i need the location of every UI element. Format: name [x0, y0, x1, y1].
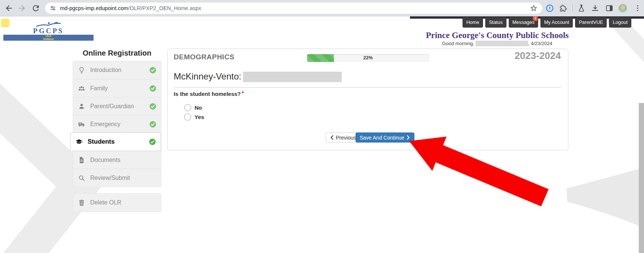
search-icon — [78, 174, 85, 182]
radio-no[interactable] — [184, 104, 191, 111]
progress-label: 22% — [307, 55, 429, 60]
demographics-card: DEMOGRAPHICS 22% 2023-2024 McKinney-Vent… — [167, 49, 568, 150]
reload-icon[interactable] — [31, 4, 40, 13]
divider — [174, 87, 561, 88]
screen: md-pgcps-imp.edupoint.com/OLR/PXP2_OEN_H… — [0, 0, 644, 253]
back-icon[interactable] — [4, 4, 13, 13]
extensions-icon[interactable] — [559, 4, 567, 12]
required-asterisk: * — [242, 90, 244, 96]
sidebar-item-emergency[interactable]: Emergency — [73, 115, 161, 133]
topnav-label: Home — [466, 19, 479, 25]
topnav-parentvue[interactable]: ParentVUE — [575, 17, 607, 28]
sidebar-item-parent-guardian[interactable]: Parent/Guardian — [73, 97, 161, 115]
completed-check-icon — [149, 138, 156, 145]
logo-banner: OLR Instance — [3, 35, 94, 41]
topnav-label: My Account — [544, 19, 569, 25]
subsection-title: McKinney-Vento: — [174, 71, 342, 82]
completed-check-icon — [149, 67, 156, 74]
sidebar-item-label: Family — [90, 85, 108, 92]
family-icon — [78, 85, 85, 92]
logo-text: PGCPS — [3, 28, 94, 34]
top-navigation: HomeStatusMessages2My AccountParentVUELo… — [463, 17, 631, 28]
completed-check-icon — [149, 85, 156, 92]
profile-avatar[interactable] — [618, 4, 627, 13]
sidebar-item-review-submit[interactable]: Review/Submit — [73, 169, 161, 187]
topnav-messages[interactable]: Messages2 — [509, 17, 538, 28]
radio-label-yes: Yes — [195, 114, 204, 120]
sidebar-item-label: Documents — [90, 157, 120, 163]
menu-dots-icon[interactable] — [634, 4, 642, 12]
sidebar-item-documents[interactable]: Documents — [73, 151, 161, 169]
school-year: 2023-2024 — [515, 50, 561, 62]
trash-icon — [78, 199, 85, 206]
radio-label-no: No — [195, 104, 202, 111]
topnav-label: Logout — [613, 19, 628, 25]
download-icon[interactable] — [591, 4, 599, 12]
url-text: md-pgcps-imp.edupoint.com/OLR/PXP2_OEN_H… — [60, 3, 201, 14]
bookmark-star-icon[interactable] — [530, 4, 537, 12]
radio-yes[interactable] — [184, 113, 191, 121]
sidebar-item-label: Introduction — [90, 67, 121, 74]
chevron-left-icon — [330, 135, 334, 140]
sidebar-item-students[interactable]: Students — [70, 132, 161, 151]
topnav-my-account[interactable]: My Account — [540, 17, 573, 28]
sidebar-delete-panel: Delete OLR — [73, 193, 161, 212]
toolbar-divider — [572, 4, 573, 12]
sidebar-item-introduction[interactable]: Introduction — [73, 61, 161, 79]
forward-icon[interactable] — [18, 4, 26, 13]
chevron-right-icon — [406, 135, 410, 140]
password-manager-icon[interactable] — [546, 4, 554, 12]
lightbulb-icon — [78, 66, 85, 74]
sidebar-item-label: Parent/Guardian — [90, 103, 134, 110]
topnav-status[interactable]: Status — [485, 17, 506, 28]
redacted-student-info — [243, 72, 342, 82]
browser-toolbar: md-pgcps-imp.edupoint.com/OLR/PXP2_OEN_H… — [0, 0, 644, 16]
messages-count-badge: 2 — [533, 16, 538, 21]
completed-check-icon — [149, 121, 156, 128]
side-panel-icon[interactable] — [605, 4, 613, 12]
greeting-text: Good morning, , 4/23/2024 — [442, 41, 552, 46]
scrollbar[interactable] — [639, 103, 644, 253]
topnav-label: ParentVUE — [579, 19, 603, 25]
sidebar-item-label: Delete OLR — [90, 199, 121, 206]
topnav-logout[interactable]: Logout — [609, 17, 631, 28]
district-logo: PGCPS OLR Instance — [3, 22, 94, 41]
sidebar-item-label: Emergency — [90, 121, 120, 128]
section-title: DEMOGRAPHICS — [174, 53, 234, 61]
sidebar-item-label: Review/Submit — [90, 175, 130, 181]
district-name: Prince George's County Public Schools — [426, 31, 569, 40]
save-and-continue-button[interactable]: Save And Continue — [356, 132, 414, 143]
document-icon — [78, 156, 85, 164]
sidebar-item-delete-olr[interactable]: Delete OLR — [73, 194, 161, 212]
redacted-user-name — [476, 41, 528, 46]
sidebar-item-label: Students — [88, 138, 115, 146]
sidebar-title: Online Registration — [73, 49, 161, 57]
previous-button[interactable]: Previous — [326, 132, 360, 143]
site-info-icon[interactable] — [50, 5, 56, 12]
progress-bar: 22% — [307, 54, 429, 62]
question-label: Is the student homeless?* — [174, 90, 244, 97]
sidebar-menu: IntroductionFamilyParent/GuardianEmergen… — [73, 61, 161, 187]
topnav-label: Messages — [512, 19, 534, 25]
completed-check-icon — [149, 103, 156, 110]
flask-icon[interactable] — [577, 4, 585, 12]
graduation-cap-icon — [75, 138, 83, 146]
url-bar[interactable]: md-pgcps-imp.edupoint.com/OLR/PXP2_OEN_H… — [45, 3, 542, 14]
topnav-home[interactable]: Home — [463, 17, 483, 28]
topnav-label: Status — [489, 19, 503, 25]
person-icon — [78, 103, 85, 110]
sidebar-item-family[interactable]: Family — [73, 79, 161, 97]
ambulance-icon — [78, 121, 85, 128]
